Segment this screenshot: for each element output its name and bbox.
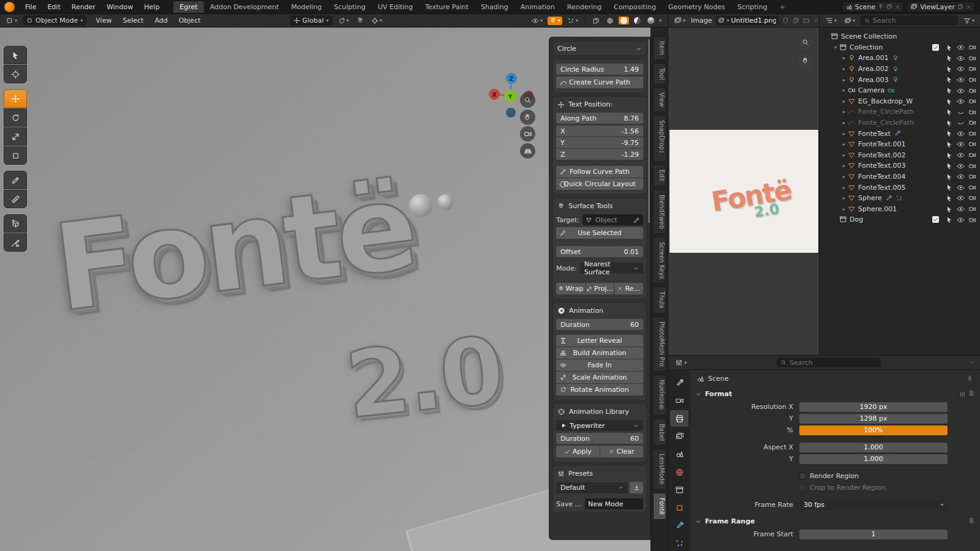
add-workspace-button[interactable]: + — [774, 1, 791, 13]
copy-icon[interactable] — [957, 4, 963, 10]
snap-target-button[interactable]: ▾ — [336, 17, 351, 25]
expand-arrow-icon[interactable]: ▸ — [840, 185, 848, 190]
properties-editor-type-button[interactable]: ▾ — [673, 358, 688, 367]
properties-search[interactable] — [777, 358, 881, 367]
outliner-row[interactable]: ▸FonteText.001 — [820, 139, 980, 150]
selectable-toggle[interactable] — [946, 129, 953, 138]
transform-orientation-selector[interactable]: Global ▾ — [290, 15, 333, 26]
circle-radius-field[interactable]: Circle Radius 1.49 — [556, 64, 643, 75]
overlays-dropdown-button[interactable]: ▾ — [565, 17, 580, 25]
clear-button[interactable]: Clear — [600, 446, 644, 457]
viewport-menu-object[interactable]: Object — [173, 17, 206, 24]
quick-circular-layout-button[interactable]: Quick Circular Layout — [556, 178, 643, 190]
properties-tab-render[interactable] — [670, 392, 688, 408]
menu-edit[interactable]: Edit — [42, 3, 66, 11]
selectable-toggle[interactable] — [946, 216, 953, 224]
visibility-toggle[interactable] — [957, 151, 965, 160]
properties-tab-view-layer[interactable] — [670, 429, 688, 444]
menu-window[interactable]: Window — [101, 3, 138, 11]
preset-dropdown[interactable]: Default — [556, 482, 628, 493]
visibility-toggle[interactable] — [957, 75, 965, 84]
properties-tab-object[interactable] — [670, 500, 688, 515]
move-tool-button[interactable] — [4, 89, 27, 108]
expand-arrow-icon[interactable]: ▸ — [840, 109, 848, 114]
position-z-field[interactable]: Z -1.29 — [556, 149, 643, 160]
annotate-tool-button[interactable] — [4, 171, 27, 189]
panel-tab-view[interactable]: View — [653, 88, 666, 112]
expand-arrow-icon[interactable]: ▸ — [840, 99, 848, 104]
properties-tab-collection[interactable] — [670, 482, 688, 498]
save-preset-button[interactable] — [630, 482, 643, 493]
selectable-toggle[interactable] — [946, 173, 953, 181]
outliner-row[interactable]: ▸Camera — [820, 85, 980, 96]
viewport-3d-text-main[interactable]: Fontë — [47, 156, 420, 339]
project-button[interactable]: Proj... — [586, 283, 614, 294]
workspace-tab-sculpting[interactable]: Sculpting — [328, 1, 371, 13]
eyedropper-icon[interactable] — [633, 217, 640, 223]
selectable-toggle[interactable] — [946, 183, 953, 192]
selectable-toggle[interactable] — [946, 194, 953, 203]
preset-sliders-icon[interactable] — [959, 391, 966, 398]
zoom-button[interactable] — [520, 92, 535, 108]
render-visibility-toggle[interactable] — [968, 162, 976, 170]
checkbox-render-region[interactable] — [799, 473, 806, 479]
visibility-toggle[interactable] — [957, 162, 965, 170]
visibility-toggle[interactable] — [957, 173, 965, 181]
selectable-toggle[interactable] — [946, 75, 953, 84]
outliner-row[interactable]: Dog — [820, 214, 980, 225]
image-name-input[interactable] — [731, 17, 776, 24]
panel-tab-screen-keys[interactable]: Screen Keys — [653, 237, 666, 284]
workspace-tab-geometry-nodes[interactable]: Geometry Nodes — [662, 1, 731, 13]
render-visibility-toggle[interactable] — [968, 119, 976, 127]
render-visibility-toggle[interactable] — [968, 183, 976, 192]
target-object-input[interactable]: Object — [582, 214, 643, 225]
collection-checkbox[interactable] — [932, 216, 939, 223]
fake-user-shield-icon[interactable] — [782, 17, 789, 24]
visibility-toggle[interactable] — [957, 194, 965, 203]
expand-arrow-icon[interactable]: ▸ — [840, 66, 848, 72]
workspace-tab-scripting[interactable]: Scripting — [731, 1, 774, 13]
expand-arrow-icon[interactable]: ▸ — [840, 131, 848, 137]
viewport-menu-add[interactable]: Add — [149, 17, 173, 24]
position-x-field[interactable]: X -1.56 — [556, 126, 643, 137]
panel-tab-babel[interactable]: Babel — [653, 419, 666, 446]
show-gizmo-button[interactable]: ▾ — [530, 17, 545, 25]
filter-button[interactable]: ▾ — [962, 17, 976, 25]
panel-tab-snapdrop-[interactable]: SnapDrop™ — [653, 115, 666, 162]
render-visibility-toggle[interactable] — [968, 194, 976, 203]
follow-curve-path-button[interactable]: Follow Curve Path — [556, 166, 643, 178]
shading-wireframe-button[interactable] — [605, 17, 616, 25]
workspace-tab-rendering[interactable]: Rendering — [561, 1, 608, 13]
circle-section-header[interactable]: Circle — [552, 42, 647, 56]
collapse-arrow-icon[interactable]: ▾ — [832, 45, 839, 50]
render-visibility-toggle[interactable] — [968, 75, 976, 84]
selectable-toggle[interactable] — [946, 54, 953, 62]
visibility-toggle[interactable] — [957, 216, 965, 224]
editor-type-button[interactable]: ▾ — [4, 16, 19, 25]
frame-range-section-header[interactable]: Frame Range ⠿ — [695, 515, 974, 528]
property-field-y[interactable]: 1298 px — [799, 414, 948, 424]
visibility-toggle[interactable] — [957, 205, 965, 214]
outliner-search[interactable] — [861, 15, 958, 26]
scale-tool-button[interactable] — [4, 127, 27, 146]
transform-tool-button[interactable] — [4, 146, 27, 165]
expand-arrow-icon[interactable]: ▸ — [840, 88, 848, 93]
properties-search-input[interactable] — [790, 359, 877, 367]
selectable-toggle[interactable] — [946, 119, 953, 127]
measure-tool-button[interactable] — [4, 190, 27, 208]
panel-tab-thula[interactable]: Thula — [653, 287, 666, 313]
selectable-toggle[interactable] — [946, 97, 953, 106]
library-duration-field[interactable]: Duration 60 — [556, 433, 643, 444]
property-field-y[interactable]: 1.000 — [799, 454, 948, 464]
panel-tab-blendxweb[interactable]: BlendXweb — [653, 190, 666, 234]
scale-animation-button[interactable]: Scale Animation — [556, 372, 643, 383]
viewport-menu-select[interactable]: Select — [117, 17, 149, 24]
viewport-menu-view[interactable]: View — [90, 17, 117, 24]
rotate-animation-button[interactable]: Rotate Animation — [556, 384, 643, 395]
letter-reveal-button[interactable]: Letter Reveal — [556, 335, 643, 347]
properties-tab-particles[interactable] — [670, 536, 688, 551]
apply-button[interactable]: Apply — [556, 446, 600, 457]
visibility-toggle[interactable] — [957, 129, 965, 138]
outliner-row[interactable]: ▸Sphere — [820, 193, 980, 204]
visibility-toggle[interactable] — [957, 86, 965, 95]
